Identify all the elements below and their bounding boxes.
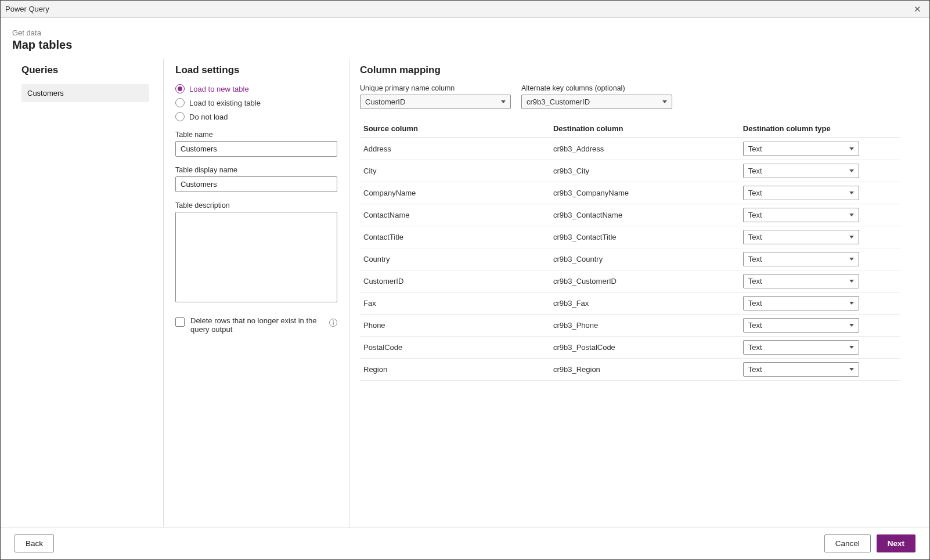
chevron-down-icon <box>849 147 854 150</box>
source-column-cell: PostalCode <box>360 337 550 359</box>
dest-column-cell: cr9b3_Fax <box>550 292 740 315</box>
radio-label: Do not load <box>189 113 228 121</box>
type-select[interactable]: Text <box>743 274 859 288</box>
type-cell: Text <box>740 226 900 248</box>
next-button[interactable]: Next <box>877 534 915 552</box>
delete-rows-row: Delete rows that no longer exist in the … <box>175 316 337 334</box>
chevron-down-icon <box>849 280 854 283</box>
window-title: Power Query <box>5 5 49 13</box>
dest-column-cell: cr9b3_Address <box>550 138 740 160</box>
radio-icon <box>175 112 185 121</box>
chevron-down-icon <box>849 258 854 261</box>
mapping-top-selects: Unique primary name column CustomerID Al… <box>360 84 900 109</box>
column-mapping-panel: Column mapping Unique primary name colum… <box>349 59 929 527</box>
table-row: CustomerIDcr9b3_CustomerIDText <box>360 270 900 292</box>
delete-rows-checkbox[interactable] <box>175 317 185 327</box>
dest-column-cell: cr9b3_Region <box>550 359 740 381</box>
source-column-cell: CompanyName <box>360 182 550 204</box>
source-column-cell: Address <box>360 138 550 160</box>
chevron-down-icon <box>662 100 667 103</box>
chevron-down-icon <box>849 214 854 216</box>
mapping-header-row: Source column Destination column Destina… <box>360 120 900 138</box>
type-select[interactable]: Text <box>743 186 859 200</box>
type-cell: Text <box>740 315 900 337</box>
table-desc-input[interactable] <box>175 212 337 302</box>
type-value: Text <box>748 299 762 308</box>
header: Get data Map tables <box>1 18 929 59</box>
primary-column-group: Unique primary name column CustomerID <box>360 84 511 109</box>
content: Queries Customers Load settings Load to … <box>1 59 929 527</box>
header-type: Destination column type <box>740 120 900 138</box>
chevron-down-icon <box>501 100 506 103</box>
radio-load-new[interactable]: Load to new table <box>175 84 337 93</box>
source-column-cell: Region <box>360 359 550 381</box>
table-row: ContactNamecr9b3_ContactNameText <box>360 204 900 226</box>
type-select[interactable]: Text <box>743 208 859 222</box>
table-desc-label: Table description <box>175 201 337 209</box>
dest-column-cell: cr9b3_City <box>550 160 740 182</box>
type-cell: Text <box>740 160 900 182</box>
source-column-cell: Fax <box>360 292 550 315</box>
table-name-input[interactable] <box>175 141 337 157</box>
cancel-button[interactable]: Cancel <box>824 534 871 552</box>
chevron-down-icon <box>849 302 854 305</box>
radio-load-existing[interactable]: Load to existing table <box>175 98 337 107</box>
table-row: Addresscr9b3_AddressText <box>360 138 900 160</box>
type-value: Text <box>748 321 762 330</box>
dest-column-cell: cr9b3_CustomerID <box>550 270 740 292</box>
alt-key-label: Alternate key columns (optional) <box>521 84 672 92</box>
type-select[interactable]: Text <box>743 252 859 266</box>
delete-rows-label: Delete rows that no longer exist in the … <box>190 316 323 334</box>
table-display-label: Table display name <box>175 166 337 174</box>
alt-key-select[interactable]: cr9b3_CustomerID <box>521 95 672 109</box>
queries-panel: Queries Customers <box>5 59 163 527</box>
chevron-down-icon <box>849 236 854 239</box>
table-row: Phonecr9b3_PhoneText <box>360 315 900 337</box>
radio-do-not-load[interactable]: Do not load <box>175 112 337 121</box>
source-column-cell: ContactTitle <box>360 226 550 248</box>
radio-icon <box>175 84 185 93</box>
type-value: Text <box>748 167 762 175</box>
back-button[interactable]: Back <box>15 534 54 552</box>
chevron-down-icon <box>849 324 854 327</box>
type-select[interactable]: Text <box>743 340 859 355</box>
type-select[interactable]: Text <box>743 318 859 333</box>
load-settings-title: Load settings <box>175 64 337 76</box>
type-select[interactable]: Text <box>743 164 859 178</box>
titlebar: Power Query ✕ <box>1 1 929 18</box>
type-cell: Text <box>740 204 900 226</box>
type-cell: Text <box>740 138 900 160</box>
radio-label: Load to existing table <box>189 99 261 107</box>
type-select[interactable]: Text <box>743 142 859 156</box>
type-select[interactable]: Text <box>743 296 859 310</box>
table-row: Faxcr9b3_FaxText <box>360 292 900 315</box>
type-value: Text <box>748 365 762 374</box>
type-select[interactable]: Text <box>743 230 859 244</box>
dest-column-cell: cr9b3_CompanyName <box>550 182 740 204</box>
source-column-cell: City <box>360 160 550 182</box>
table-row: CompanyNamecr9b3_CompanyNameText <box>360 182 900 204</box>
source-column-cell: CustomerID <box>360 270 550 292</box>
window: Power Query ✕ Get data Map tables Querie… <box>0 0 930 560</box>
type-value: Text <box>748 211 762 219</box>
breadcrumb: Get data <box>12 28 918 37</box>
type-cell: Text <box>740 359 900 381</box>
source-column-cell: Country <box>360 248 550 270</box>
table-display-input[interactable] <box>175 176 337 192</box>
type-cell: Text <box>740 248 900 270</box>
info-icon[interactable]: i <box>329 319 337 327</box>
primary-column-label: Unique primary name column <box>360 84 511 92</box>
dest-column-cell: cr9b3_ContactTitle <box>550 226 740 248</box>
type-cell: Text <box>740 337 900 359</box>
type-select[interactable]: Text <box>743 362 859 377</box>
page-title: Map tables <box>12 38 918 52</box>
query-item-customers[interactable]: Customers <box>21 84 149 102</box>
chevron-down-icon <box>849 192 854 194</box>
dest-column-cell: cr9b3_Phone <box>550 315 740 337</box>
close-icon[interactable]: ✕ <box>910 4 925 15</box>
type-cell: Text <box>740 270 900 292</box>
primary-column-select[interactable]: CustomerID <box>360 95 511 109</box>
type-cell: Text <box>740 292 900 315</box>
chevron-down-icon <box>849 169 854 172</box>
type-value: Text <box>748 233 762 241</box>
